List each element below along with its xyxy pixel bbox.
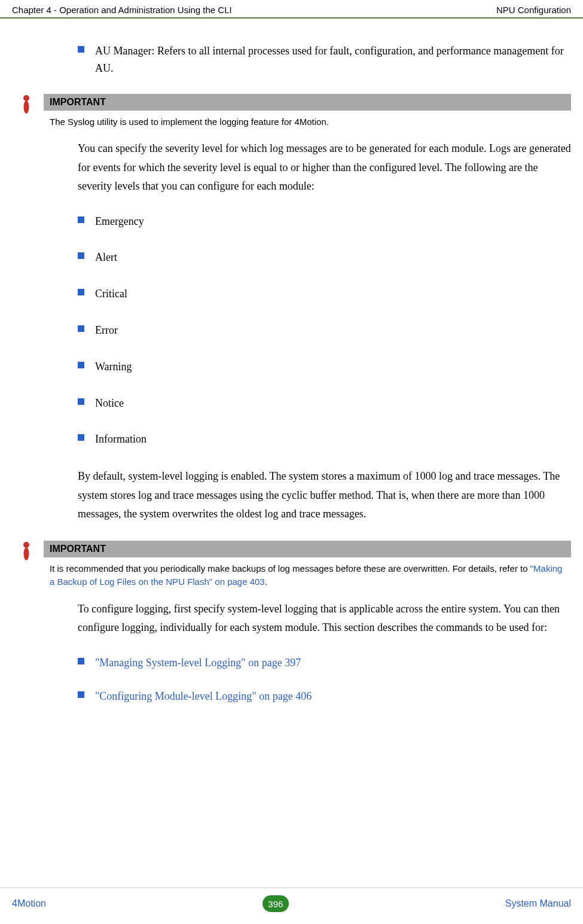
svg-point-0 bbox=[23, 95, 29, 101]
list-item: Critical bbox=[78, 285, 571, 303]
list-item: Information bbox=[78, 431, 571, 448]
bullet-icon bbox=[78, 325, 84, 332]
important-prefix: It is recommended that you periodically … bbox=[50, 563, 530, 574]
page-number: 396 bbox=[268, 899, 283, 909]
paragraph-1: You can specify the severity level for w… bbox=[78, 139, 571, 196]
bullet-icon bbox=[78, 398, 84, 405]
list-item-label: Emergency bbox=[95, 213, 144, 230]
bullet-icon bbox=[78, 362, 84, 368]
paragraph-2: By default, system-level logging is enab… bbox=[78, 467, 571, 524]
severity-list: Emergency Alert Critical Error Warning N… bbox=[78, 213, 571, 449]
list-item-label: Warning bbox=[95, 358, 132, 376]
important-text-2: It is recommended that you periodically … bbox=[44, 557, 571, 589]
bullet-icon bbox=[78, 46, 84, 53]
important-suffix: . bbox=[265, 577, 267, 587]
important-icon bbox=[21, 542, 33, 565]
important-block-2: IMPORTANT It is recommended that you per… bbox=[21, 541, 571, 589]
page-footer: 4Motion 396 System Manual bbox=[0, 888, 583, 924]
link-text[interactable]: "Configuring Module-level Logging" on pa… bbox=[95, 688, 312, 705]
important-icon bbox=[21, 95, 33, 118]
list-item: Notice bbox=[78, 395, 571, 412]
link-item: "Managing System-level Logging" on page … bbox=[78, 654, 571, 672]
important-text-1: The Syslog utility is used to implement … bbox=[44, 111, 571, 129]
list-item-label: Alert bbox=[95, 249, 117, 266]
link-text[interactable]: "Managing System-level Logging" on page … bbox=[95, 654, 301, 672]
important-block-1: IMPORTANT The Syslog utility is used to … bbox=[21, 94, 571, 129]
bullet-icon bbox=[78, 658, 84, 664]
header-section: NPU Configuration bbox=[496, 5, 571, 15]
footer-manual: System Manual bbox=[505, 898, 571, 909]
page-header: Chapter 4 - Operation and Administration… bbox=[0, 0, 583, 19]
important-title-2: IMPORTANT bbox=[44, 541, 571, 557]
list-item: Warning bbox=[78, 358, 571, 376]
bullet-icon bbox=[78, 691, 84, 698]
bullet-icon bbox=[78, 289, 84, 295]
footer-product: 4Motion bbox=[12, 898, 46, 909]
list-item-label: Critical bbox=[95, 285, 127, 303]
list-item-label: Error bbox=[95, 322, 118, 339]
link-item: "Configuring Module-level Logging" on pa… bbox=[78, 688, 571, 705]
bullet-icon bbox=[78, 216, 84, 223]
list-item-label: Notice bbox=[95, 395, 124, 412]
list-item-label: Information bbox=[95, 431, 146, 448]
important-title-1: IMPORTANT bbox=[44, 94, 571, 111]
svg-point-2 bbox=[23, 542, 29, 548]
header-chapter: Chapter 4 - Operation and Administration… bbox=[12, 5, 232, 15]
page-content: AU Manager: Refers to all internal proce… bbox=[0, 19, 583, 705]
paragraph-3: To configure logging, first specify syst… bbox=[78, 600, 571, 638]
intro-bullet-text: AU Manager: Refers to all internal proce… bbox=[95, 42, 571, 77]
list-item: Alert bbox=[78, 249, 571, 266]
list-item: Error bbox=[78, 322, 571, 339]
bullet-icon bbox=[78, 252, 84, 259]
page-number-badge: 396 bbox=[262, 895, 289, 912]
svg-point-1 bbox=[24, 100, 29, 114]
svg-point-3 bbox=[24, 547, 29, 560]
intro-bullet: AU Manager: Refers to all internal proce… bbox=[78, 42, 571, 77]
bullet-icon bbox=[78, 434, 84, 441]
list-item: Emergency bbox=[78, 213, 571, 230]
